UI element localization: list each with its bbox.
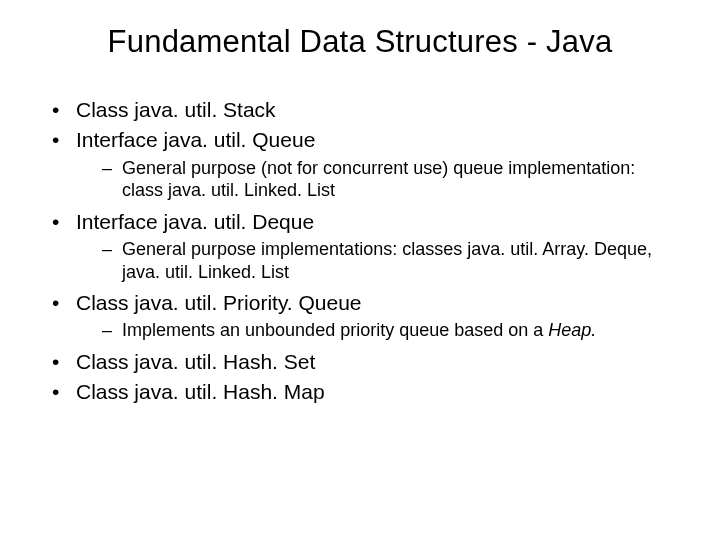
sub-item: General purpose (not for concurrent use)… — [102, 157, 680, 202]
bullet-text: Interface java. util. Queue — [76, 128, 315, 151]
sub-list: Implements an unbounded priority queue b… — [76, 319, 680, 342]
sub-list: General purpose (not for concurrent use)… — [76, 157, 680, 202]
bullet-item: Interface java. util. Queue General purp… — [48, 126, 680, 201]
sub-item: Implements an unbounded priority queue b… — [102, 319, 680, 342]
bullet-item: Class java. util. Stack — [48, 96, 680, 124]
sub-text-italic: Heap. — [548, 320, 596, 340]
bullet-text: Interface java. util. Deque — [76, 210, 314, 233]
slide-title: Fundamental Data Structures - Java — [40, 24, 680, 60]
sub-text-prefix: Implements an unbounded priority queue b… — [122, 320, 548, 340]
bullet-item: Class java. util. Hash. Set — [48, 348, 680, 376]
bullet-item: Class java. util. Priority. Queue Implem… — [48, 289, 680, 342]
sub-text: General purpose implementations: classes… — [122, 239, 652, 282]
bullet-text: Class java. util. Hash. Set — [76, 350, 315, 373]
sub-item: General purpose implementations: classes… — [102, 238, 680, 283]
bullet-item: Interface java. util. Deque General purp… — [48, 208, 680, 283]
sub-text: General purpose (not for concurrent use)… — [122, 158, 635, 201]
bullet-item: Class java. util. Hash. Map — [48, 378, 680, 406]
bullet-text: Class java. util. Hash. Map — [76, 380, 325, 403]
bullet-text: Class java. util. Priority. Queue — [76, 291, 362, 314]
slide: Fundamental Data Structures - Java Class… — [0, 0, 720, 540]
sub-list: General purpose implementations: classes… — [76, 238, 680, 283]
bullet-text: Class java. util. Stack — [76, 98, 276, 121]
bullet-list: Class java. util. Stack Interface java. … — [40, 96, 680, 407]
